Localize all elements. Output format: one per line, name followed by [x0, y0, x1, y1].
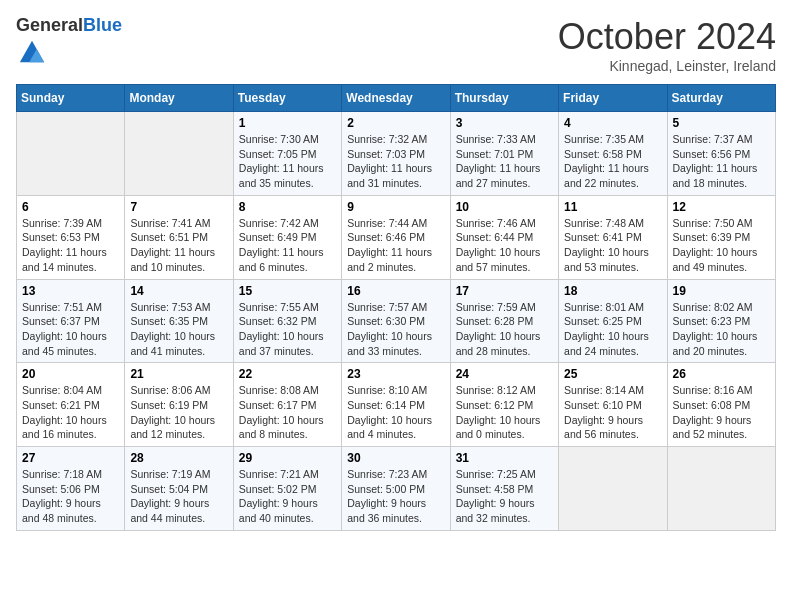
- day-info: Sunrise: 7:59 AM Sunset: 6:28 PM Dayligh…: [456, 300, 553, 359]
- header: GeneralBlue October 2024 Kinnegad, Leins…: [16, 16, 776, 74]
- calendar-cell: 10Sunrise: 7:46 AM Sunset: 6:44 PM Dayli…: [450, 195, 558, 279]
- day-number: 2: [347, 116, 444, 130]
- day-number: 7: [130, 200, 227, 214]
- calendar-cell: 1Sunrise: 7:30 AM Sunset: 7:05 PM Daylig…: [233, 112, 341, 196]
- calendar-cell: 31Sunrise: 7:25 AM Sunset: 4:58 PM Dayli…: [450, 447, 558, 531]
- day-number: 3: [456, 116, 553, 130]
- day-info: Sunrise: 8:16 AM Sunset: 6:08 PM Dayligh…: [673, 383, 770, 442]
- week-row-1: 1Sunrise: 7:30 AM Sunset: 7:05 PM Daylig…: [17, 112, 776, 196]
- weekday-header-sunday: Sunday: [17, 85, 125, 112]
- calendar-cell: 20Sunrise: 8:04 AM Sunset: 6:21 PM Dayli…: [17, 363, 125, 447]
- day-info: Sunrise: 8:12 AM Sunset: 6:12 PM Dayligh…: [456, 383, 553, 442]
- calendar-cell: 2Sunrise: 7:32 AM Sunset: 7:03 PM Daylig…: [342, 112, 450, 196]
- calendar-cell: [559, 447, 667, 531]
- day-number: 19: [673, 284, 770, 298]
- day-number: 28: [130, 451, 227, 465]
- day-info: Sunrise: 7:21 AM Sunset: 5:02 PM Dayligh…: [239, 467, 336, 526]
- day-info: Sunrise: 8:04 AM Sunset: 6:21 PM Dayligh…: [22, 383, 119, 442]
- calendar-cell: 30Sunrise: 7:23 AM Sunset: 5:00 PM Dayli…: [342, 447, 450, 531]
- calendar-cell: 17Sunrise: 7:59 AM Sunset: 6:28 PM Dayli…: [450, 279, 558, 363]
- calendar-cell: 18Sunrise: 8:01 AM Sunset: 6:25 PM Dayli…: [559, 279, 667, 363]
- month-title: October 2024: [558, 16, 776, 58]
- day-number: 17: [456, 284, 553, 298]
- day-number: 25: [564, 367, 661, 381]
- day-info: Sunrise: 7:53 AM Sunset: 6:35 PM Dayligh…: [130, 300, 227, 359]
- day-number: 18: [564, 284, 661, 298]
- calendar-cell: 29Sunrise: 7:21 AM Sunset: 5:02 PM Dayli…: [233, 447, 341, 531]
- day-info: Sunrise: 8:06 AM Sunset: 6:19 PM Dayligh…: [130, 383, 227, 442]
- day-info: Sunrise: 7:23 AM Sunset: 5:00 PM Dayligh…: [347, 467, 444, 526]
- calendar-cell: 23Sunrise: 8:10 AM Sunset: 6:14 PM Dayli…: [342, 363, 450, 447]
- calendar-cell: 6Sunrise: 7:39 AM Sunset: 6:53 PM Daylig…: [17, 195, 125, 279]
- day-info: Sunrise: 7:19 AM Sunset: 5:04 PM Dayligh…: [130, 467, 227, 526]
- day-info: Sunrise: 8:14 AM Sunset: 6:10 PM Dayligh…: [564, 383, 661, 442]
- weekday-header-row: SundayMondayTuesdayWednesdayThursdayFrid…: [17, 85, 776, 112]
- day-number: 27: [22, 451, 119, 465]
- day-info: Sunrise: 8:10 AM Sunset: 6:14 PM Dayligh…: [347, 383, 444, 442]
- day-info: Sunrise: 7:18 AM Sunset: 5:06 PM Dayligh…: [22, 467, 119, 526]
- day-number: 10: [456, 200, 553, 214]
- day-number: 26: [673, 367, 770, 381]
- day-info: Sunrise: 7:48 AM Sunset: 6:41 PM Dayligh…: [564, 216, 661, 275]
- logo-general: General: [16, 15, 83, 35]
- day-info: Sunrise: 7:39 AM Sunset: 6:53 PM Dayligh…: [22, 216, 119, 275]
- calendar-cell: 28Sunrise: 7:19 AM Sunset: 5:04 PM Dayli…: [125, 447, 233, 531]
- weekday-header-monday: Monday: [125, 85, 233, 112]
- day-number: 24: [456, 367, 553, 381]
- calendar-cell: 21Sunrise: 8:06 AM Sunset: 6:19 PM Dayli…: [125, 363, 233, 447]
- day-number: 15: [239, 284, 336, 298]
- day-info: Sunrise: 8:08 AM Sunset: 6:17 PM Dayligh…: [239, 383, 336, 442]
- calendar-cell: 24Sunrise: 8:12 AM Sunset: 6:12 PM Dayli…: [450, 363, 558, 447]
- calendar-cell: 5Sunrise: 7:37 AM Sunset: 6:56 PM Daylig…: [667, 112, 775, 196]
- day-number: 14: [130, 284, 227, 298]
- day-info: Sunrise: 7:57 AM Sunset: 6:30 PM Dayligh…: [347, 300, 444, 359]
- day-number: 30: [347, 451, 444, 465]
- day-number: 8: [239, 200, 336, 214]
- title-area: October 2024 Kinnegad, Leinster, Ireland: [558, 16, 776, 74]
- day-info: Sunrise: 7:55 AM Sunset: 6:32 PM Dayligh…: [239, 300, 336, 359]
- calendar-cell: 15Sunrise: 7:55 AM Sunset: 6:32 PM Dayli…: [233, 279, 341, 363]
- calendar-cell: 8Sunrise: 7:42 AM Sunset: 6:49 PM Daylig…: [233, 195, 341, 279]
- weekday-header-friday: Friday: [559, 85, 667, 112]
- day-number: 9: [347, 200, 444, 214]
- day-number: 22: [239, 367, 336, 381]
- day-number: 5: [673, 116, 770, 130]
- calendar-cell: 19Sunrise: 8:02 AM Sunset: 6:23 PM Dayli…: [667, 279, 775, 363]
- day-info: Sunrise: 7:46 AM Sunset: 6:44 PM Dayligh…: [456, 216, 553, 275]
- logo-icon: [18, 36, 46, 64]
- day-number: 1: [239, 116, 336, 130]
- calendar-cell: 27Sunrise: 7:18 AM Sunset: 5:06 PM Dayli…: [17, 447, 125, 531]
- day-info: Sunrise: 7:30 AM Sunset: 7:05 PM Dayligh…: [239, 132, 336, 191]
- week-row-4: 20Sunrise: 8:04 AM Sunset: 6:21 PM Dayli…: [17, 363, 776, 447]
- calendar-cell: 3Sunrise: 7:33 AM Sunset: 7:01 PM Daylig…: [450, 112, 558, 196]
- day-info: Sunrise: 7:41 AM Sunset: 6:51 PM Dayligh…: [130, 216, 227, 275]
- day-number: 29: [239, 451, 336, 465]
- calendar-cell: 26Sunrise: 8:16 AM Sunset: 6:08 PM Dayli…: [667, 363, 775, 447]
- day-number: 13: [22, 284, 119, 298]
- calendar-cell: 25Sunrise: 8:14 AM Sunset: 6:10 PM Dayli…: [559, 363, 667, 447]
- day-info: Sunrise: 7:51 AM Sunset: 6:37 PM Dayligh…: [22, 300, 119, 359]
- calendar-cell: [125, 112, 233, 196]
- calendar-cell: 14Sunrise: 7:53 AM Sunset: 6:35 PM Dayli…: [125, 279, 233, 363]
- logo: GeneralBlue: [16, 16, 122, 68]
- logo-blue: Blue: [83, 15, 122, 35]
- calendar-cell: 22Sunrise: 8:08 AM Sunset: 6:17 PM Dayli…: [233, 363, 341, 447]
- day-number: 12: [673, 200, 770, 214]
- day-info: Sunrise: 8:01 AM Sunset: 6:25 PM Dayligh…: [564, 300, 661, 359]
- day-number: 6: [22, 200, 119, 214]
- day-number: 31: [456, 451, 553, 465]
- calendar-cell: 13Sunrise: 7:51 AM Sunset: 6:37 PM Dayli…: [17, 279, 125, 363]
- day-number: 20: [22, 367, 119, 381]
- weekday-header-thursday: Thursday: [450, 85, 558, 112]
- day-info: Sunrise: 7:32 AM Sunset: 7:03 PM Dayligh…: [347, 132, 444, 191]
- day-info: Sunrise: 8:02 AM Sunset: 6:23 PM Dayligh…: [673, 300, 770, 359]
- calendar-cell: 11Sunrise: 7:48 AM Sunset: 6:41 PM Dayli…: [559, 195, 667, 279]
- week-row-2: 6Sunrise: 7:39 AM Sunset: 6:53 PM Daylig…: [17, 195, 776, 279]
- day-info: Sunrise: 7:44 AM Sunset: 6:46 PM Dayligh…: [347, 216, 444, 275]
- day-info: Sunrise: 7:42 AM Sunset: 6:49 PM Dayligh…: [239, 216, 336, 275]
- calendar-cell: 4Sunrise: 7:35 AM Sunset: 6:58 PM Daylig…: [559, 112, 667, 196]
- day-number: 11: [564, 200, 661, 214]
- day-info: Sunrise: 7:33 AM Sunset: 7:01 PM Dayligh…: [456, 132, 553, 191]
- calendar-cell: 7Sunrise: 7:41 AM Sunset: 6:51 PM Daylig…: [125, 195, 233, 279]
- location: Kinnegad, Leinster, Ireland: [558, 58, 776, 74]
